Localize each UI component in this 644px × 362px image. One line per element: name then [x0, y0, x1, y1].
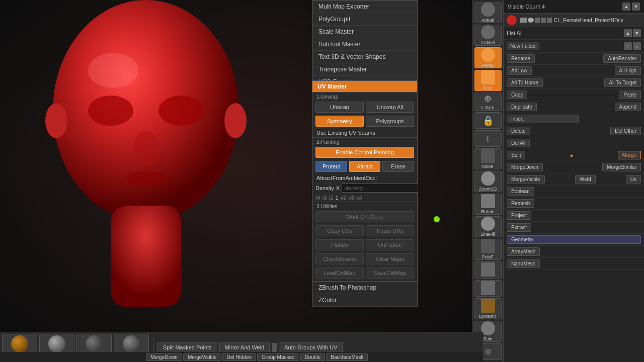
new-folder-button[interactable]: New Folder — [507, 42, 539, 50]
all-high-button[interactable]: All High — [615, 66, 641, 75]
shed-button[interactable]: Dynamic — [474, 298, 502, 319]
trap-button[interactable] — [474, 280, 502, 297]
arrow-button[interactable]: ↕ — [474, 130, 502, 147]
density-x2[interactable]: x2 — [341, 195, 347, 201]
insert-button[interactable]: Insert — [507, 115, 579, 123]
aahalf-icon — [481, 25, 495, 39]
mirror-and-weld-button[interactable]: Mirror And Weld — [219, 342, 270, 353]
linefill-button[interactable]: PolyF — [474, 239, 502, 260]
paste-button[interactable]: Paste — [619, 90, 641, 99]
merge-down-bar-button[interactable]: MergeDown — [146, 353, 182, 361]
uv-button[interactable]: Uv — [626, 175, 641, 184]
auto-reorder-button[interactable]: AutoReorder — [603, 54, 641, 63]
list-up-icon[interactable]: ▲ — [624, 29, 632, 37]
density-input[interactable] — [342, 184, 418, 193]
persp-button[interactable]: Persp — [474, 47, 502, 68]
up-arrow-icon[interactable]: ▲ — [622, 3, 630, 11]
all-low-button[interactable]: All Low — [507, 66, 532, 75]
mirror-toggle[interactable] — [272, 343, 277, 352]
density-x4[interactable]: x4 — [356, 195, 362, 201]
menu-item-subtoolmaster[interactable]: SubTool Master — [312, 38, 417, 51]
new-folder-down-icon[interactable]: ↓ — [633, 42, 641, 50]
lock-button[interactable]: 🔒 — [474, 112, 502, 129]
merge-visible-button[interactable]: MergeVisible — [507, 175, 545, 184]
zoomsd-button[interactable]: Rotate — [474, 194, 502, 215]
attract-ambient[interactable]: AttractFromAmbientOccl — [312, 173, 417, 183]
aahalf-button[interactable]: AAHalf — [474, 25, 502, 46]
unflatten-button[interactable]: UnFlatten — [366, 239, 414, 250]
split-button[interactable]: Split — [507, 151, 525, 159]
enable-control-painting[interactable]: Enable Control Painting — [315, 147, 414, 158]
menu-item-text3d[interactable]: Text 3D & Vector Shapes — [312, 51, 417, 63]
unwrap-all-button[interactable]: Unwrap All — [366, 102, 414, 113]
double-button[interactable]: Double — [300, 353, 326, 361]
clear-maps-button[interactable]: Clear Maps — [366, 253, 414, 264]
save-ctrl-map-button[interactable]: SaveCtrlMap — [366, 267, 414, 279]
unwrap-button[interactable]: Unwrap — [315, 102, 364, 113]
use-existing-seams[interactable]: Use Existing UV Seams — [312, 128, 417, 137]
work-on-clone-button[interactable]: Work On Clone — [315, 211, 414, 222]
del-hidden-button[interactable]: Del Hidden — [222, 353, 256, 361]
group-masked-button[interactable]: Group Masked — [257, 353, 299, 361]
attract-button[interactable]: Attract — [349, 161, 381, 172]
backface-mask-button[interactable]: BackfaceMask — [326, 353, 368, 361]
copy-button[interactable]: Copy — [507, 90, 527, 99]
actual-button[interactable]: Actual — [474, 2, 502, 23]
duplicate-button[interactable]: Duplicate — [507, 103, 537, 111]
flatten-button[interactable]: Flatten — [315, 239, 364, 250]
merge-button[interactable]: Merge — [618, 151, 641, 159]
menu-item-multimap[interactable]: Multi Map Exporter — [312, 1, 417, 13]
load-ctrl-map-button[interactable]: LoadCtrlMap — [315, 267, 364, 279]
merge-down-button[interactable]: MergeDown — [507, 163, 543, 171]
all-low-row: All Low All High — [504, 65, 644, 77]
menu-item-scalemaster[interactable]: Scale Master — [312, 26, 417, 38]
protect-button[interactable]: Protect — [315, 161, 347, 172]
array-mesh-button[interactable]: ArrayMesh — [507, 247, 540, 256]
list-all-label[interactable]: List All — [507, 30, 523, 36]
density-div4[interactable]: /4 — [315, 195, 320, 201]
del-other-button[interactable]: Del Other — [610, 127, 641, 135]
menu-item-transpose[interactable]: Transpose Master — [312, 63, 417, 76]
geometry-button[interactable]: Geometry — [507, 235, 641, 244]
erase-button[interactable]: Erase — [382, 161, 414, 172]
remesh-button[interactable]: Remesh — [507, 199, 534, 208]
rename-button[interactable]: Rename — [507, 54, 535, 63]
delete-button[interactable]: Delete — [507, 127, 530, 135]
split-masked-points-button[interactable]: Split Masked Points — [157, 342, 217, 353]
list-down-icon[interactable]: ▼ — [633, 29, 641, 37]
rotate-button[interactable]: LineFill — [474, 216, 502, 237]
move-button[interactable]: ZoomSD — [474, 171, 502, 192]
menu-item-polygroupit[interactable]: PolyGroupIt — [312, 13, 417, 26]
all-to-home-button[interactable]: All To Home — [507, 78, 543, 87]
del-all-button[interactable]: Del All — [507, 139, 530, 147]
floor-button[interactable]: Floor — [474, 70, 502, 91]
menu-item-zbrush-photoshop[interactable]: ZBrush To Photoshop — [312, 282, 417, 294]
merge-visible-bar-button[interactable]: MergeVisible — [183, 353, 221, 361]
frame-button[interactable]: Move — [474, 148, 502, 169]
density-1[interactable]: 1 — [336, 195, 339, 201]
symmetry-button[interactable]: Symmetry — [315, 116, 364, 127]
density-x3[interactable]: x3 — [348, 195, 354, 201]
copy-uvs-button[interactable]: Copy UVs — [315, 225, 364, 236]
extract-button[interactable]: Extract — [507, 223, 531, 232]
new-folder-up-icon[interactable]: ↑ — [624, 42, 632, 50]
append-button[interactable]: Append — [615, 103, 641, 111]
merge-similar-button[interactable]: MergeSimilar — [602, 163, 641, 171]
polygroups-button[interactable]: Polygroups — [366, 116, 414, 127]
check-seams-button[interactable]: CheckSeams — [315, 253, 364, 264]
auto-groups-uv-button[interactable]: Auto Groups With UV — [279, 342, 343, 353]
weld-button[interactable]: Weld — [575, 175, 596, 184]
nano-mesh-button[interactable]: NanoMesh — [507, 259, 540, 268]
density-div3[interactable]: /3 — [322, 195, 327, 201]
density-div2[interactable]: /2 — [329, 195, 333, 201]
boolean-row: Boolean — [504, 186, 644, 198]
menu-item-zcolor[interactable]: ZColor — [312, 294, 417, 307]
paste-uvs-button[interactable]: Paste UVs — [366, 225, 414, 236]
project-button[interactable]: Project — [507, 211, 531, 220]
all-to-target-button[interactable]: All To Target — [604, 78, 641, 87]
lsym-button[interactable]: ⊕ L.Sym — [474, 93, 502, 111]
down-arrow-icon[interactable]: ▼ — [632, 3, 640, 11]
subtool-entry[interactable]: CL_FemaleHead_ProtectNDriv — [504, 14, 644, 27]
polyf-button[interactable] — [474, 261, 502, 278]
boolean-button[interactable]: Boolean — [507, 187, 534, 196]
